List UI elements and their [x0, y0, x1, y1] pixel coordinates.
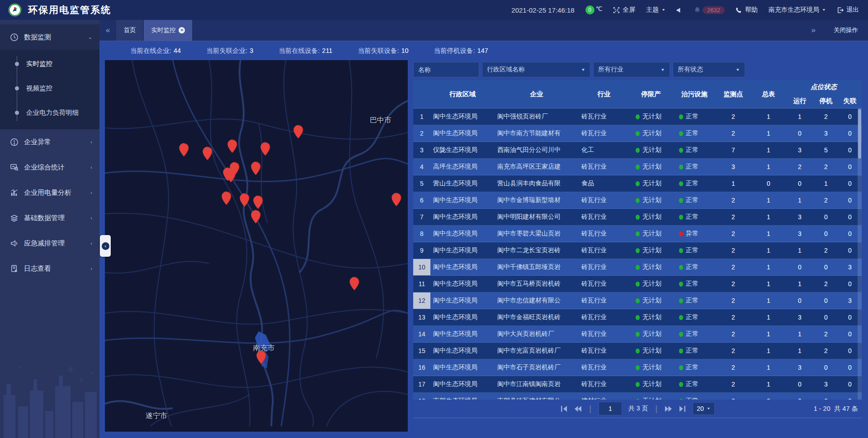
first-page-icon[interactable]	[560, 405, 568, 412]
stats-bar: 当前在线企业:44当前失联企业:3当前在线设备:211当前失联设备:10当前停机…	[105, 41, 862, 60]
table-row[interactable]: 8阆中生态环境局阆中市枣碧大梁山页岩砖瓦行业无计划异常21300	[413, 226, 862, 242]
sidebar-item-1[interactable]: 数据监测⌄	[0, 24, 99, 50]
map-pin-icon[interactable]	[239, 193, 250, 207]
cell-running: 3	[787, 309, 813, 325]
status-dot-green	[636, 131, 640, 136]
cell-company: 阆中市金福旺页岩机砖	[495, 309, 579, 325]
table-row[interactable]: 5营山生态环境局营山县润丰肉食品有限食品无计划正常10010	[413, 175, 862, 192]
sidebar-subitem[interactable]: 视频监控	[0, 76, 99, 100]
theme-dropdown[interactable]: 主题 ▼	[646, 6, 665, 14]
row-index: 9	[413, 242, 430, 259]
map-collapse-handle[interactable]: ‹	[100, 235, 111, 257]
chevron-left-icon: ‹	[90, 139, 92, 145]
close-operations-button[interactable]: 关闭操作	[834, 26, 858, 34]
sidebar-item-2[interactable]: 企业异常‹	[0, 129, 99, 155]
prev-page-icon[interactable]	[574, 405, 582, 412]
map-pin-icon[interactable]	[253, 195, 264, 209]
table-row[interactable]: 4高坪生态环境局南充市高坪区王家店建砖瓦行业无计划正常31220	[413, 159, 862, 175]
cell-production-limit: 无计划	[629, 192, 673, 208]
map-pin-icon[interactable]	[179, 143, 189, 157]
scrollbar-thumb[interactable]	[858, 109, 861, 159]
cell-production-limit: 无计划	[629, 359, 673, 376]
cell-stopped: 0	[813, 226, 839, 242]
map-pin-icon[interactable]	[221, 191, 231, 205]
chevron-left-icon: ‹	[90, 215, 92, 221]
cell-company: 阆中市五马桥页岩机砖	[495, 276, 579, 292]
cell-pollution-facility: 正常	[673, 343, 716, 359]
row-index: 15	[413, 343, 430, 359]
tab-首页[interactable]: 首页	[116, 20, 143, 41]
cell-industry: 砖瓦行业	[579, 259, 629, 275]
sidebar-item-4[interactable]: 企业用电量分析‹	[0, 180, 99, 205]
table-row[interactable]: 2阆中生态环境局阆中市南方节能建材有砖瓦行业无计划正常21030	[413, 125, 862, 142]
map-pin-icon[interactable]	[392, 193, 402, 207]
cell-monitor-points: 2	[716, 242, 750, 259]
org-dropdown[interactable]: 南充市生态环境局 ▼	[769, 6, 826, 14]
cell-industry: 砖瓦行业	[579, 359, 629, 376]
cell-total-meters: 1	[750, 326, 787, 342]
table-row[interactable]: 6阆中生态环境局阆中市金博瑞新型墙材砖瓦行业无计划正常21120	[413, 192, 862, 209]
table-row[interactable]: 7阆中生态环境局阆中明阳建材有限公司砖瓦行业无计划正常21300	[413, 209, 862, 226]
page-size-select[interactable]: 20 ▼	[693, 402, 715, 415]
last-page-icon[interactable]	[679, 405, 686, 412]
table-row[interactable]: 12阆中生态环境局阆中市忠信建材有限公砖瓦行业无计划正常21003	[413, 292, 862, 309]
map-pin-icon[interactable]	[293, 125, 304, 139]
status-dot-green	[636, 349, 640, 353]
sidebar-item-5[interactable]: 基础数据管理‹	[0, 205, 99, 231]
table-row[interactable]: 13阆中生态环境局阆中市金福旺页岩机砖砖瓦行业无计划正常21300	[413, 309, 862, 326]
help-button[interactable]: 帮助	[736, 6, 758, 14]
table-row[interactable]: 3仪陇生态环境局西南油气田分公司川中化工无计划正常71350	[413, 142, 862, 159]
row-index: 6	[413, 192, 430, 208]
cell-stopped: 0	[813, 359, 839, 376]
table-row[interactable]: 1阆中生态环境局阆中强锐页岩砖厂砖瓦行业无计划正常21120	[413, 108, 862, 125]
fullscreen-button[interactable]: 全屏	[613, 6, 635, 14]
name-search-input[interactable]	[413, 62, 479, 77]
map-pin-icon[interactable]	[251, 210, 261, 224]
status-select[interactable]: 所有状态 ▼	[673, 62, 745, 77]
sidebar-item-7[interactable]: 日志查看‹	[0, 256, 99, 281]
page-number-input[interactable]	[599, 402, 622, 415]
sidebar-subitem[interactable]: 实时监控	[0, 52, 99, 76]
tabs-scroll-right-icon[interactable]: »	[805, 26, 822, 35]
tabs-scroll-left-icon[interactable]: «	[99, 26, 116, 35]
gauge-icon	[10, 33, 19, 42]
tab-实时监控[interactable]: 实时监控✕	[144, 20, 192, 41]
map-pin-icon[interactable]	[227, 139, 238, 153]
table-row[interactable]: 18南部生态环境局南部县砖瓦建材有限公建材行业无计划正常60060	[413, 393, 862, 400]
table-row[interactable]: 11阆中生态环境局阆中市五马桥页岩机砖砖瓦行业无计划正常21120	[413, 276, 862, 292]
table-row[interactable]: 9阆中生态环境局阆中市二龙长宝页岩砖砖瓦行业无计划正常21120	[413, 242, 862, 259]
cell-total-meters: 1	[750, 259, 787, 275]
map-pin-icon[interactable]	[256, 350, 266, 364]
tab-label: 实时监控	[151, 26, 175, 34]
sidebar-subitem[interactable]: 企业电力负荷明细	[0, 100, 99, 125]
map-pin-icon[interactable]	[203, 146, 213, 160]
map-pin-icon[interactable]	[260, 142, 271, 156]
tab-close-icon[interactable]: ✕	[179, 27, 185, 33]
table-scrollbar[interactable]	[858, 108, 862, 400]
region-select[interactable]: 行政区域名称 ▼	[482, 62, 590, 77]
sidebar-item-6[interactable]: 应急减排管理‹	[0, 231, 99, 256]
table-row[interactable]: 14阆中生态环境局阆中大兴页岩机砖厂砖瓦行业无计划正常21120	[413, 326, 862, 343]
table-row[interactable]: 10阆中生态环境局阆中千佛镇五郎垭页岩砖瓦行业无计划正常21003	[413, 259, 862, 276]
map-pin-icon[interactable]	[349, 277, 360, 291]
sidebar-item-3[interactable]: 企业综合统计‹	[0, 155, 99, 180]
map-pin-icon[interactable]	[229, 162, 240, 176]
industry-select[interactable]: 所有行业 ▼	[593, 62, 670, 77]
sidebar-item-label: 应急减排管理	[24, 239, 65, 248]
notifications[interactable]: 2632	[694, 6, 725, 14]
table-row[interactable]: 15阆中生态环境局阆中市光富页岩机砖厂砖瓦行业无计划正常21120	[413, 343, 862, 359]
bell-icon	[694, 7, 701, 14]
cell-total-meters: 1	[750, 343, 787, 359]
table-row[interactable]: 17阆中生态环境局阆中市江南镇阆南页岩砖瓦行业无计划正常21030	[413, 376, 862, 393]
cell-pollution-facility: 正常	[673, 359, 716, 376]
cell-monitor-points: 2	[716, 343, 750, 359]
table-row[interactable]: 16阆中生态环境局阆中市石子页岩机砖厂砖瓦行业无计划正常21300	[413, 359, 862, 376]
chevron-down-icon: ▼	[576, 68, 585, 72]
mute-button[interactable]	[676, 7, 683, 14]
logout-button[interactable]: 退出	[837, 6, 859, 14]
next-page-icon[interactable]	[665, 405, 672, 412]
top-header: 环保用电监管系统 2021-02-25 17:46:18 0 ℃ 全屏 主题 ▼…	[0, 0, 868, 20]
logout-icon	[837, 7, 844, 14]
map[interactable]: 巴中市南充市遂宁市 ‹	[105, 60, 408, 432]
map-pin-icon[interactable]	[251, 161, 261, 175]
